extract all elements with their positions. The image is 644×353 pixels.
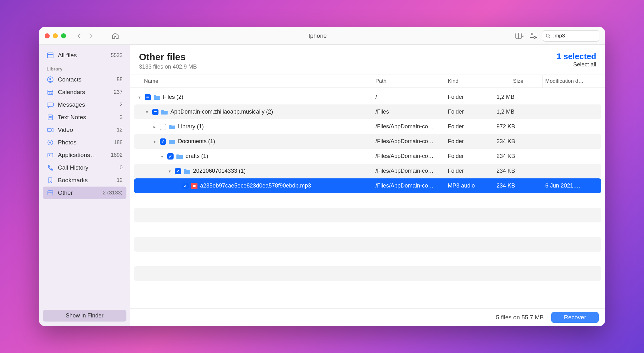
table-row[interactable]: ✓a235eb97cae5ece823d0ea578f90ebdb.mp3/Fi… bbox=[134, 178, 601, 193]
row-path: /Files/AppDomain-co… bbox=[373, 138, 445, 145]
chevron-down-icon[interactable]: ▾ bbox=[152, 139, 157, 144]
col-name[interactable]: Name bbox=[134, 75, 373, 87]
select-all-button[interactable]: Select all bbox=[557, 61, 596, 68]
other-icon bbox=[47, 189, 54, 197]
sidebar-item-contacts[interactable]: Contacts 55 bbox=[43, 73, 126, 86]
sidebar-item-calendars[interactable]: 29 Calendars 237 bbox=[43, 86, 126, 98]
sidebar-item-photos[interactable]: Photos 188 bbox=[43, 136, 126, 149]
row-size: 972 KB bbox=[494, 123, 543, 130]
row-kind: Folder bbox=[445, 138, 494, 145]
empty-row bbox=[134, 237, 601, 252]
home-button[interactable] bbox=[111, 31, 120, 41]
apps-icon bbox=[47, 151, 54, 159]
row-path: /Files/AppDomain-co… bbox=[373, 153, 445, 160]
row-checkbox[interactable]: ✓ bbox=[182, 183, 189, 189]
table-row[interactable]: ▾Files (2)/Folder1,2 MB bbox=[134, 90, 601, 104]
row-name: Files (2) bbox=[163, 94, 183, 100]
folder-icon bbox=[169, 124, 175, 130]
col-path[interactable]: Path bbox=[373, 75, 445, 87]
row-path: /Files/AppDomain-co… bbox=[373, 123, 445, 130]
show-in-finder-button[interactable]: Show in Finder bbox=[43, 310, 126, 322]
svg-point-22 bbox=[49, 154, 50, 156]
svg-point-11 bbox=[49, 78, 51, 80]
row-kind: MP3 audio bbox=[445, 182, 494, 189]
folder-icon bbox=[161, 109, 168, 115]
sidebar-item-label: All files bbox=[58, 52, 77, 59]
row-size: 1,2 MB bbox=[494, 109, 543, 115]
chevron-right-icon[interactable]: ▸ bbox=[152, 124, 157, 129]
row-name: AppDomain-com.zhiliaoapp.musically (2) bbox=[170, 109, 273, 115]
table-row[interactable]: ▾✓20210607014333 (1)/Files/AppDomain-co…… bbox=[134, 164, 601, 178]
back-button[interactable] bbox=[74, 31, 84, 41]
footer: 5 files on 55,7 MB Recover bbox=[130, 308, 605, 326]
table-row[interactable]: ▾AppDomain-com.zhiliaoapp.musically (2)/… bbox=[134, 104, 601, 119]
row-checkbox[interactable]: ✓ bbox=[167, 153, 174, 160]
sidebar-item-other[interactable]: Other 2 (3133) bbox=[43, 187, 126, 199]
svg-rect-23 bbox=[48, 191, 53, 195]
recover-button[interactable]: Recover bbox=[551, 312, 599, 323]
chevron-down-icon[interactable]: ▾ bbox=[167, 169, 172, 174]
chevron-down-icon[interactable]: ▾ bbox=[136, 95, 142, 100]
row-name: drafts (1) bbox=[186, 153, 208, 160]
window-title: Iphone bbox=[123, 32, 513, 39]
contacts-icon bbox=[47, 76, 54, 83]
sidebar-item-applications[interactable]: Applications… 1892 bbox=[43, 149, 126, 161]
sidebar-item-bookmarks[interactable]: Bookmarks 12 bbox=[43, 174, 126, 187]
chevron-down-icon[interactable]: ▾ bbox=[144, 109, 150, 115]
row-size: 234 KB bbox=[494, 153, 543, 160]
sidebar-item-label: Messages bbox=[58, 101, 85, 108]
row-checkbox[interactable] bbox=[160, 124, 166, 130]
file-rows: ▾Files (2)/Folder1,2 MB▾AppDomain-com.zh… bbox=[130, 88, 605, 308]
calendar-icon: 29 bbox=[47, 88, 54, 96]
sidebar-item-count: 5522 bbox=[111, 52, 123, 59]
sidebar-item-video[interactable]: Video 12 bbox=[43, 124, 126, 136]
svg-text:29: 29 bbox=[49, 92, 52, 95]
sidebar-item-all-files[interactable]: All files 5522 bbox=[43, 49, 126, 62]
search-input[interactable] bbox=[553, 33, 605, 39]
view-mode-button[interactable] bbox=[515, 31, 524, 40]
photos-icon bbox=[47, 139, 54, 146]
row-checkbox[interactable] bbox=[145, 94, 151, 100]
svg-line-7 bbox=[549, 37, 550, 38]
table-row[interactable]: ▸Library (1)/Files/AppDomain-co…Folder97… bbox=[134, 119, 601, 134]
maximize-window-button[interactable] bbox=[61, 33, 66, 38]
row-kind: Folder bbox=[445, 168, 494, 174]
svg-point-3 bbox=[531, 33, 533, 35]
sidebar-item-count: 2 bbox=[120, 114, 123, 120]
chevron-down-icon[interactable]: ▾ bbox=[159, 154, 165, 159]
table-row[interactable]: ▾✓drafts (1)/Files/AppDomain-co…Folder23… bbox=[134, 149, 601, 164]
close-window-button[interactable] bbox=[45, 33, 50, 38]
search-field[interactable]: ✕ bbox=[543, 30, 599, 42]
page-subtitle: 3133 files on 402,9 MB bbox=[139, 64, 197, 70]
col-modification[interactable]: Modification d… bbox=[543, 75, 593, 87]
row-path: /Files/AppDomain-co… bbox=[373, 168, 445, 174]
sidebar-item-count: 0 bbox=[120, 165, 123, 171]
row-path: /Files/AppDomain-co… bbox=[373, 182, 445, 189]
sidebar-item-messages[interactable]: Messages 2 bbox=[43, 98, 126, 111]
empty-row bbox=[134, 208, 601, 222]
settings-icon[interactable] bbox=[529, 31, 538, 40]
main-panel: Other files 3133 files on 402,9 MB 1 sel… bbox=[130, 45, 605, 326]
svg-point-6 bbox=[546, 34, 549, 37]
row-size: 234 KB bbox=[494, 182, 543, 189]
row-kind: Folder bbox=[445, 109, 494, 115]
folder-icon bbox=[169, 139, 175, 144]
sidebar-item-count: 12 bbox=[117, 127, 123, 133]
sidebar-item-count: 12 bbox=[117, 177, 123, 183]
row-checkbox[interactable]: ✓ bbox=[160, 138, 166, 145]
minimize-window-button[interactable] bbox=[53, 33, 58, 38]
all-files-icon bbox=[47, 52, 54, 59]
col-size[interactable]: Size bbox=[494, 75, 543, 87]
row-mod: 6 Jun 2021,… bbox=[543, 182, 593, 189]
col-kind[interactable]: Kind bbox=[445, 75, 494, 87]
table-row[interactable]: ▾✓Documents (1)/Files/AppDomain-co…Folde… bbox=[134, 134, 601, 149]
forward-button[interactable] bbox=[86, 31, 96, 41]
sidebar-item-call-history[interactable]: Call History 0 bbox=[43, 161, 126, 174]
row-checkbox[interactable] bbox=[152, 109, 158, 115]
main-header: Other files 3133 files on 402,9 MB 1 sel… bbox=[130, 45, 605, 75]
selected-count: 1 selected bbox=[557, 52, 596, 61]
sidebar-item-text-notes[interactable]: Text Notes 2 bbox=[43, 111, 126, 124]
row-name: 20210607014333 (1) bbox=[193, 168, 246, 174]
folder-icon bbox=[153, 94, 160, 100]
row-checkbox[interactable]: ✓ bbox=[175, 168, 181, 174]
